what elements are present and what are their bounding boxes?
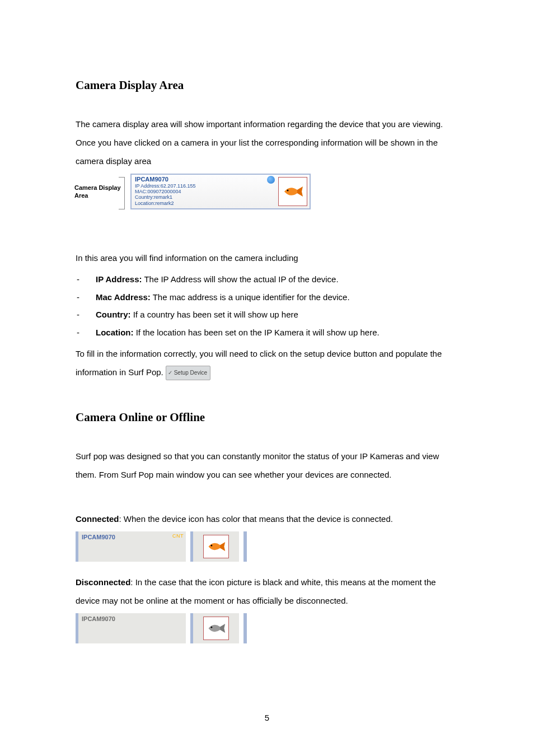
camera-mac: MAC:009072000004: [135, 189, 195, 194]
list-item-text: The mac address is a unique identifier f…: [151, 292, 350, 302]
globe-icon: [267, 176, 275, 184]
svg-point-1: [211, 545, 213, 547]
camera-location: Location:remark2: [135, 200, 195, 206]
connected-camera-name: IPCAM9070: [78, 531, 186, 543]
paragraph-connected: Connected: When the device icon has colo…: [76, 510, 461, 528]
paragraph-online-intro: Surf pop was designed so that you can co…: [76, 447, 461, 484]
list-item-label: Location:: [96, 328, 134, 337]
page-number: 5: [0, 713, 534, 722]
connected-thumb-box: [190, 531, 239, 562]
paragraph-setup: To fill in the information correctly, yo…: [76, 344, 461, 381]
svg-point-0: [287, 190, 289, 192]
svg-point-2: [211, 627, 213, 628]
list-item-text: The IP Address will show the actual IP o…: [142, 274, 339, 284]
bracket-decoration: [119, 177, 125, 209]
figure-caption: Camera Display Area: [74, 174, 125, 209]
connected-text: : When the device icon has color that me…: [119, 514, 393, 524]
info-list: IP Address: The IP Address will show the…: [76, 270, 461, 341]
side-bar-decoration: [243, 613, 247, 643]
list-item: Location: If the location has been set o…: [96, 324, 461, 342]
figure-caption-line2: Area: [74, 192, 88, 199]
camera-ip: IP Address:62.207.116.155: [135, 183, 195, 189]
disconnected-example: IPCAM9070: [76, 613, 461, 643]
paragraph-disconnected: Disconnected: In the case that the icon …: [76, 573, 461, 610]
camera-display-figure: Camera Display Area IPCAM9070 IP Address…: [74, 174, 461, 209]
heading-camera-online-offline: Camera Online or Offline: [76, 410, 461, 424]
disconnected-name-box: IPCAM9070: [76, 613, 186, 643]
fish-icon: [206, 539, 226, 554]
list-item: Country: If a country has been set it wi…: [96, 306, 461, 324]
connected-label: Connected: [76, 514, 119, 524]
list-item-label: Country:: [96, 310, 131, 319]
list-item-text: If the location has been set on the IP K…: [134, 328, 380, 337]
camera-title: IPCAM9070: [135, 176, 195, 183]
list-item-text: If a country has been set it will show u…: [131, 310, 298, 319]
setup-device-button[interactable]: Setup Device: [166, 366, 210, 380]
side-bar-decoration: [243, 531, 247, 562]
disconnected-thumb-box: [190, 613, 239, 643]
camera-info-panel: IPCAM9070 IP Address:62.207.116.155 MAC:…: [130, 174, 311, 209]
figure-caption-line1: Camera Display: [74, 184, 121, 191]
disconnected-thumbnail: [203, 617, 229, 640]
connected-thumbnail: [203, 535, 229, 558]
cnt-badge: CNT: [172, 533, 184, 539]
list-item-label: IP Address:: [96, 274, 142, 284]
list-item: IP Address: The IP Address will show the…: [96, 270, 461, 288]
paragraph-setup-text: To fill in the information correctly, yo…: [76, 349, 442, 377]
fish-icon-grey: [206, 620, 226, 636]
fish-icon: [282, 183, 304, 200]
paragraph-intro: The camera display area will show import…: [76, 115, 461, 170]
heading-camera-display-area: Camera Display Area: [76, 78, 461, 92]
camera-country: Country:remark1: [135, 194, 195, 200]
list-item-label: Mac Address:: [96, 292, 151, 302]
list-item: Mac Address: The mac address is a unique…: [96, 288, 461, 306]
disconnected-label: Disconnected: [76, 577, 130, 587]
paragraph-info-intro: In this area you will find information o…: [76, 249, 461, 267]
connected-example: IPCAM9070 CNT: [76, 531, 461, 562]
disconnected-camera-name: IPCAM9070: [78, 613, 186, 624]
camera-thumbnail: [278, 177, 307, 206]
connected-name-box: IPCAM9070 CNT: [76, 531, 186, 562]
